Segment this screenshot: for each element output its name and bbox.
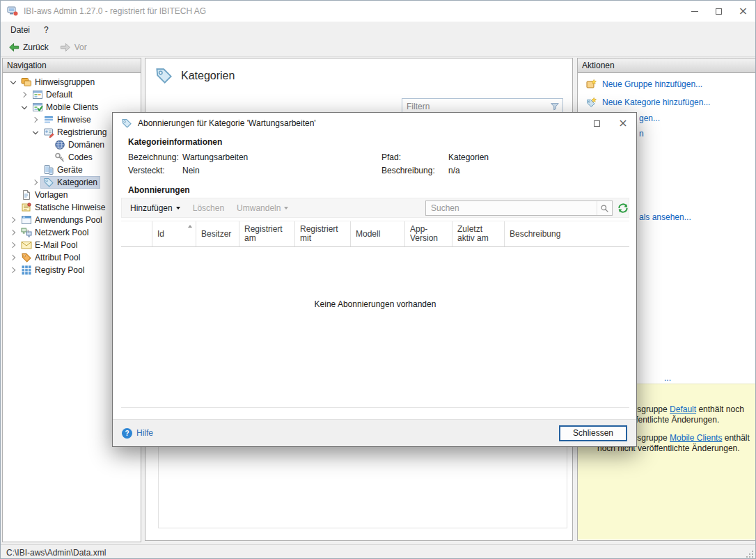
- tree-item-hinweisgruppen[interactable]: Hinweisgruppen: [3, 76, 141, 88]
- expander-spacer: [42, 139, 52, 151]
- codes-icon: [54, 152, 65, 163]
- tree-item-label: Hinweisgruppen: [35, 77, 95, 87]
- expander-expanded-icon[interactable]: [31, 126, 40, 139]
- tree-node[interactable]: Attribut Pool: [18, 251, 83, 264]
- main-header: Kategorien: [145, 58, 572, 85]
- field-value-nein: Nein: [182, 166, 381, 175]
- search-icon[interactable]: [597, 201, 612, 215]
- action-link-fragment-2[interactable]: n: [639, 129, 644, 139]
- dialog-window-controls: ×: [583, 113, 636, 134]
- forward-button[interactable]: Vor: [57, 40, 90, 54]
- close-icon: ×: [618, 118, 627, 129]
- action-link-label: Neue Gruppe hinzufügen...: [602, 79, 702, 89]
- category-icon: [43, 177, 54, 188]
- static-hints-icon: [21, 202, 32, 213]
- tree-node[interactable]: Kategorien: [40, 176, 100, 189]
- tree-node[interactable]: Hinweise: [40, 113, 94, 126]
- action-link-fragment-1[interactable]: gen...: [639, 113, 660, 123]
- notice-link-mobile-clients[interactable]: Mobile Clients: [670, 433, 722, 443]
- column-header-besitzer[interactable]: Besitzer: [196, 221, 239, 246]
- column-header-modell[interactable]: Modell: [351, 221, 405, 246]
- minimize-button[interactable]: [682, 1, 707, 22]
- column-header-id[interactable]: Id: [152, 221, 196, 246]
- column-header-registriert-am[interactable]: Registriert am: [239, 221, 295, 246]
- notice-link-default[interactable]: Default: [670, 404, 696, 414]
- action-link-label: Neue Kategorie hinzufügen...: [602, 97, 710, 107]
- tree-node[interactable]: E-Mail Pool: [18, 239, 80, 251]
- new-category-icon: [586, 97, 597, 108]
- expander-collapsed-icon[interactable]: [8, 251, 18, 264]
- resize-grip-icon[interactable]: [745, 549, 754, 558]
- dropdown-caret-icon: [176, 207, 180, 210]
- column-header-zuletzt-aktiv-am[interactable]: Zuletzt aktiv am: [452, 221, 505, 246]
- subscriptions-toolbar: Hinzufügen Löschen Umwandeln: [121, 198, 629, 218]
- add-button[interactable]: Hinzufügen: [124, 200, 187, 216]
- filter-funnel-icon[interactable]: [548, 100, 562, 112]
- action-link-fragment-3[interactable]: als ansehen...: [639, 212, 691, 222]
- expander-expanded-icon[interactable]: [8, 76, 18, 88]
- search-input[interactable]: [426, 203, 597, 213]
- back-button[interactable]: Zurück: [6, 40, 52, 54]
- action-link-neue-kategorie-hinzufügen[interactable]: Neue Kategorie hinzufügen...: [586, 97, 755, 108]
- tree-node[interactable]: Mobile Clients: [29, 101, 101, 113]
- close-button[interactable]: ×: [731, 1, 755, 22]
- column-header-label: Id: [157, 230, 164, 239]
- tree-node[interactable]: Geräte: [40, 164, 86, 176]
- expander-collapsed-icon[interactable]: [8, 214, 18, 226]
- tree-item-label: Vorlagen: [35, 190, 68, 200]
- schliessen-button[interactable]: Schliessen: [559, 425, 627, 441]
- convert-button[interactable]: Umwandeln: [230, 200, 294, 216]
- tree-node[interactable]: Anwendungs Pool: [18, 214, 105, 226]
- tree-item-label: Domänen: [68, 140, 104, 150]
- help-label: Hilfe: [136, 428, 153, 438]
- expander-collapsed-icon[interactable]: [8, 226, 18, 239]
- group-icon: [32, 89, 43, 100]
- registry-pool-icon: [21, 265, 32, 276]
- field-label-beschreibung: Beschreibung:: [381, 166, 448, 175]
- expander-collapsed-icon[interactable]: [19, 88, 29, 101]
- action-links: Neue Gruppe hinzufügen...Neue Kategorie …: [578, 73, 755, 108]
- column-header-registriert-mit[interactable]: Registriert mit: [295, 221, 351, 246]
- tree-node[interactable]: Default: [29, 88, 75, 101]
- templates-icon: [21, 189, 32, 200]
- tree-node[interactable]: Netzwerk Pool: [18, 226, 91, 239]
- column-header-app-version[interactable]: App-Version: [405, 221, 452, 246]
- sort-ascending-icon: [188, 225, 192, 228]
- dialog-close-button[interactable]: ×: [610, 113, 636, 134]
- email-pool-icon: [21, 239, 32, 251]
- filter-input[interactable]: [402, 102, 548, 111]
- column-header-beschreibung[interactable]: Beschreibung: [505, 221, 629, 246]
- expander-collapsed-icon[interactable]: [8, 264, 18, 276]
- tree-node[interactable]: Registry Pool: [18, 264, 87, 276]
- tree-item-default[interactable]: Default: [3, 88, 141, 101]
- subscriptions-table: IdBesitzerRegistriert amRegistriert mitM…: [121, 221, 629, 408]
- registration-icon: [43, 127, 54, 138]
- help-button[interactable]: ? Hilfe: [122, 428, 153, 439]
- expander-collapsed-icon[interactable]: [8, 239, 18, 251]
- tree-node[interactable]: Codes: [52, 151, 95, 164]
- dialog-maximize-button[interactable]: [583, 113, 610, 134]
- expander-collapsed-icon[interactable]: [31, 176, 40, 189]
- tree-item-label: Default: [46, 90, 72, 100]
- action-link-fragment-4[interactable]: ...: [664, 373, 671, 383]
- new-group-icon: [586, 79, 597, 90]
- tree-item-label: Codes: [68, 152, 93, 162]
- maximize-button[interactable]: [707, 1, 731, 22]
- action-link-neue-gruppe-hinzufügen[interactable]: Neue Gruppe hinzufügen...: [586, 79, 755, 90]
- expander-collapsed-icon[interactable]: [31, 113, 40, 126]
- menu-item-help[interactable]: ?: [37, 22, 56, 38]
- column-header-blank: [121, 221, 152, 246]
- delete-button-label: Löschen: [193, 203, 224, 213]
- tree-node[interactable]: Hinweisgruppen: [18, 76, 97, 88]
- expander-expanded-icon[interactable]: [19, 101, 29, 113]
- menu-item-datei[interactable]: Datei: [3, 22, 37, 38]
- tree-item-label: Hinweise: [57, 115, 91, 125]
- tree-node[interactable]: Registrierung: [40, 126, 109, 139]
- tree-node[interactable]: Statische Hinweise: [18, 201, 108, 214]
- tree-node[interactable]: Vorlagen: [18, 189, 70, 201]
- delete-button[interactable]: Löschen: [187, 200, 230, 216]
- tree-node[interactable]: Domänen: [52, 139, 107, 151]
- refresh-button[interactable]: [617, 202, 629, 214]
- tree-item-label: Anwendungs Pool: [35, 215, 102, 225]
- status-bar: C:\IBI-aws\Admin\Data.xml: [1, 544, 755, 559]
